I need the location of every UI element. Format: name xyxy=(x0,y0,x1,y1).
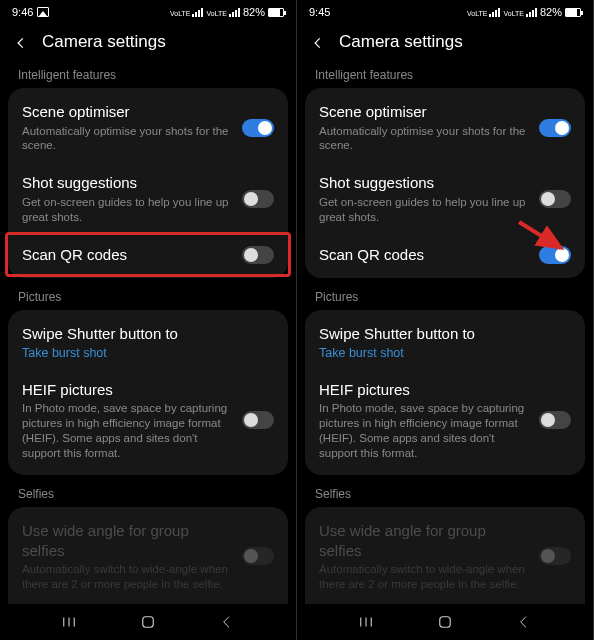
phone-left: 9:46 VoLTE VoLTE 82% Camera settings Int… xyxy=(0,0,297,640)
card-pictures: Swipe Shutter button to Take burst shot … xyxy=(8,310,288,475)
page-title: Camera settings xyxy=(339,32,463,52)
toggle-scan-qr[interactable] xyxy=(539,246,571,264)
row-shot-suggestions[interactable]: Shot suggestions Get on-screen guides to… xyxy=(305,163,585,234)
section-selfies: Selfies xyxy=(305,485,585,507)
header: Camera settings xyxy=(297,22,593,66)
toggle-wide-angle xyxy=(539,547,571,565)
row-shot-suggestions[interactable]: Shot suggestions Get on-screen guides to… xyxy=(8,163,288,234)
row-scan-qr[interactable]: Scan QR codes xyxy=(5,232,291,278)
row-wide-angle[interactable]: Use wide angle for group selfies Automat… xyxy=(8,511,288,602)
signal-2: VoLTE xyxy=(503,8,537,17)
status-bar: 9:45 VoLTE VoLTE 82% xyxy=(297,0,593,22)
battery-icon xyxy=(268,8,284,17)
svg-rect-3 xyxy=(143,617,154,628)
card-selfies: Use wide angle for group selfies Automat… xyxy=(305,507,585,604)
clock: 9:45 xyxy=(309,6,330,18)
toggle-shot-suggestions[interactable] xyxy=(242,190,274,208)
phone-right: 9:45 VoLTE VoLTE 82% Camera settings Int… xyxy=(297,0,594,640)
toggle-scene-optimiser[interactable] xyxy=(539,119,571,137)
battery-percent: 82% xyxy=(540,6,562,18)
toggle-wide-angle xyxy=(242,547,274,565)
battery-percent: 82% xyxy=(243,6,265,18)
page-title: Camera settings xyxy=(42,32,166,52)
header: Camera settings xyxy=(0,22,296,66)
row-scene-optimiser[interactable]: Scene optimiser Automatically optimise y… xyxy=(8,92,288,163)
back-icon[interactable] xyxy=(311,35,325,49)
back-icon[interactable] xyxy=(14,35,28,49)
toggle-heif[interactable] xyxy=(539,411,571,429)
row-heif[interactable]: HEIF pictures In Photo mode, save space … xyxy=(305,370,585,471)
row-swipe-shutter[interactable]: Swipe Shutter button to Take burst shot xyxy=(8,314,288,370)
nav-recent-icon[interactable] xyxy=(356,612,376,632)
row-scan-qr[interactable]: Scan QR codes xyxy=(305,235,585,275)
svg-rect-7 xyxy=(440,617,451,628)
toggle-scan-qr[interactable] xyxy=(242,246,274,264)
card-intelligent: Scene optimiser Automatically optimise y… xyxy=(8,88,288,278)
row-heif[interactable]: HEIF pictures In Photo mode, save space … xyxy=(8,370,288,471)
settings-scroll[interactable]: Intelligent features Scene optimiser Aut… xyxy=(297,66,593,604)
settings-scroll[interactable]: Intelligent features Scene optimiser Aut… xyxy=(0,66,296,604)
nav-back-icon[interactable] xyxy=(514,612,534,632)
screenshot-icon xyxy=(37,7,49,17)
section-selfies: Selfies xyxy=(8,485,288,507)
status-bar: 9:46 VoLTE VoLTE 82% xyxy=(0,0,296,22)
navbar xyxy=(297,604,593,640)
row-swipe-shutter[interactable]: Swipe Shutter button to Take burst shot xyxy=(305,314,585,370)
section-pictures: Pictures xyxy=(8,288,288,310)
toggle-shot-suggestions[interactable] xyxy=(539,190,571,208)
navbar xyxy=(0,604,296,640)
card-selfies: Use wide angle for group selfies Automat… xyxy=(8,507,288,604)
section-intelligent: Intelligent features xyxy=(8,66,288,88)
signal-1: VoLTE xyxy=(467,8,501,17)
section-intelligent: Intelligent features xyxy=(305,66,585,88)
signal-2: VoLTE xyxy=(206,8,240,17)
battery-icon xyxy=(565,8,581,17)
card-intelligent: Scene optimiser Automatically optimise y… xyxy=(305,88,585,278)
nav-recent-icon[interactable] xyxy=(59,612,79,632)
clock: 9:46 xyxy=(12,6,33,18)
toggle-scene-optimiser[interactable] xyxy=(242,119,274,137)
card-pictures: Swipe Shutter button to Take burst shot … xyxy=(305,310,585,475)
toggle-heif[interactable] xyxy=(242,411,274,429)
row-scene-optimiser[interactable]: Scene optimiser Automatically optimise y… xyxy=(305,92,585,163)
row-wide-angle[interactable]: Use wide angle for group selfies Automat… xyxy=(305,511,585,602)
nav-home-icon[interactable] xyxy=(435,612,455,632)
signal-1: VoLTE xyxy=(170,8,204,17)
section-pictures: Pictures xyxy=(305,288,585,310)
nav-back-icon[interactable] xyxy=(217,612,237,632)
nav-home-icon[interactable] xyxy=(138,612,158,632)
